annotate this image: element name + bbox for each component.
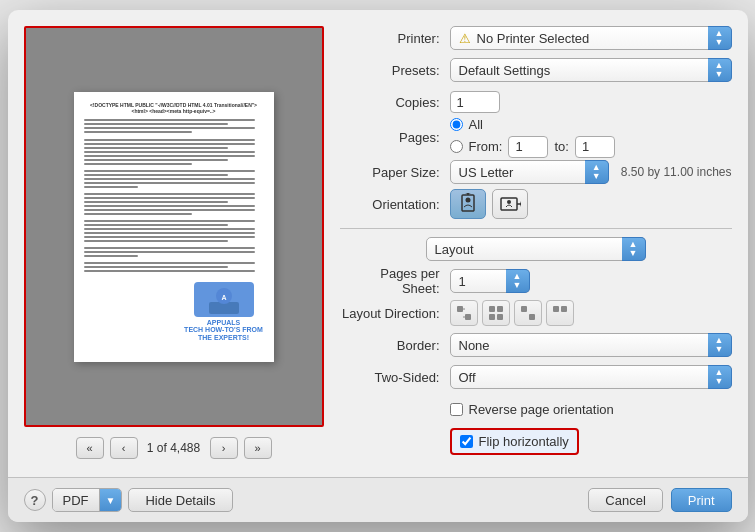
copies-row: Copies:: [340, 90, 732, 114]
preview-line: [84, 247, 255, 249]
preview-line: [84, 201, 228, 203]
pages-control: All From: to:: [450, 117, 732, 158]
preview-line: [84, 220, 255, 222]
pages-per-sheet-select-wrapper[interactable]: 1 ▲ ▼: [450, 269, 530, 293]
preview-line: [84, 182, 255, 184]
layout-dir-z-down-button[interactable]: [514, 300, 542, 326]
layout-direction-buttons: [450, 300, 574, 326]
presets-row: Presets: Default Settings ▲ ▼: [340, 58, 732, 82]
preview-line: [84, 205, 255, 207]
print-button[interactable]: Print: [671, 488, 732, 512]
pages-all-radio[interactable]: [450, 118, 463, 131]
pdf-dropdown-button[interactable]: ▼: [100, 489, 122, 511]
orientation-row: Orientation:: [340, 192, 732, 216]
border-dropdown-button[interactable]: ▲ ▼: [708, 333, 732, 357]
preview-line: [84, 270, 255, 272]
preview-line: [84, 119, 255, 121]
landscape-orientation-button[interactable]: [492, 189, 528, 219]
two-sided-dropdown-button[interactable]: ▲ ▼: [708, 365, 732, 389]
pages-from-row: From: to:: [450, 136, 615, 158]
preview-line: [84, 209, 255, 211]
next-page-button[interactable]: ›: [210, 437, 238, 459]
preview-line: [84, 224, 228, 226]
help-button[interactable]: ?: [24, 489, 46, 511]
reverse-orientation-checkbox[interactable]: [450, 403, 463, 416]
pages-to-label: to:: [554, 139, 568, 154]
printer-select[interactable]: ⚠ No Printer Selected ▲ ▼: [450, 26, 732, 50]
reverse-orientation-label: Reverse page orientation: [469, 402, 614, 417]
flip-horizontal-checkbox[interactable]: [460, 435, 473, 448]
layout-select[interactable]: Layout: [426, 237, 646, 261]
preview-line: [84, 232, 255, 234]
pages-label: Pages:: [340, 130, 450, 145]
two-sided-row: Two-Sided: Off ▲ ▼: [340, 365, 732, 389]
svg-rect-11: [457, 306, 463, 312]
svg-marker-5: [465, 193, 471, 194]
pages-all-row: All: [450, 117, 483, 132]
printer-dropdown-button[interactable]: ▲ ▼: [708, 26, 732, 50]
layout-dropdown-button[interactable]: ▲ ▼: [622, 237, 646, 261]
preview-line: [84, 143, 255, 145]
pages-from-radio[interactable]: [450, 140, 463, 153]
print-dialog: <!DOCTYPE HTML PUBLIC "-//W3C//DTD HTML …: [8, 10, 748, 522]
copies-label: Copies:: [340, 95, 450, 110]
copies-control: [450, 91, 732, 113]
pages-per-sheet-dropdown-button[interactable]: ▲ ▼: [506, 269, 530, 293]
layout-z-down-icon: [520, 305, 536, 321]
reverse-orientation-row: Reverse page orientation: [340, 397, 732, 421]
last-page-button[interactable]: »: [244, 437, 272, 459]
layout-select-wrapper[interactable]: Layout ▲ ▼: [426, 237, 646, 261]
pages-from-input[interactable]: [508, 136, 548, 158]
pdf-dropdown-arrow-icon: ▼: [106, 495, 116, 506]
two-sided-control: Off ▲ ▼: [450, 365, 732, 389]
settings-panel: Printer: ⚠ No Printer Selected ▲ ▼: [340, 26, 732, 461]
printer-select-wrapper[interactable]: ⚠ No Printer Selected ▲ ▼ ▲ ▼: [450, 26, 732, 50]
svg-rect-17: [489, 314, 495, 320]
footer-left: ? PDF ▼ Hide Details: [24, 488, 581, 512]
presets-dropdown-button[interactable]: ▲ ▼: [708, 58, 732, 82]
preview-line: [84, 240, 228, 242]
preview-container: <!DOCTYPE HTML PUBLIC "-//W3C//DTD HTML …: [24, 26, 324, 427]
dialog-footer: ? PDF ▼ Hide Details Cancel Print: [8, 477, 748, 522]
preview-line: [84, 266, 228, 268]
svg-rect-19: [521, 306, 527, 312]
copies-input[interactable]: [450, 91, 500, 113]
paper-size-arrow-icon: ▲ ▼: [592, 163, 601, 181]
pdf-button[interactable]: PDF: [53, 489, 100, 511]
watermark: A APPUALS TECH HOW-TO'S FROM THE EXPERTS…: [184, 282, 264, 342]
presets-select-wrapper[interactable]: Default Settings ▲ ▼: [450, 58, 732, 82]
hide-details-button[interactable]: Hide Details: [128, 488, 232, 512]
first-page-button[interactable]: «: [76, 437, 104, 459]
paper-size-control: US Letter ▲ ▼ 8.50 by 11.00 inches: [450, 160, 732, 184]
preview-line: [84, 131, 192, 133]
portrait-orientation-button[interactable]: [450, 189, 486, 219]
two-sided-select[interactable]: Off: [450, 365, 732, 389]
watermark-logo-icon: A: [204, 282, 244, 317]
printer-select-text: No Printer Selected: [477, 31, 708, 46]
orientation-label: Orientation:: [340, 197, 450, 212]
preview-nav: « ‹ 1 of 4,488 › »: [76, 435, 272, 461]
footer-right: Cancel Print: [588, 488, 731, 512]
two-sided-select-wrapper[interactable]: Off ▲ ▼: [450, 365, 732, 389]
pages-to-input[interactable]: [575, 136, 615, 158]
preview-page: <!DOCTYPE HTML PUBLIC "-//W3C//DTD HTML …: [74, 92, 274, 362]
preview-line: [84, 159, 228, 161]
border-label: Border:: [340, 338, 450, 353]
border-select-wrapper[interactable]: None ▲ ▼: [450, 333, 732, 357]
layout-dir-s-right-button[interactable]: [482, 300, 510, 326]
border-select[interactable]: None: [450, 333, 732, 357]
svg-text:A: A: [221, 294, 226, 301]
prev-page-button[interactable]: ‹: [110, 437, 138, 459]
presets-select[interactable]: Default Settings: [450, 58, 732, 82]
paper-size-select-wrapper[interactable]: US Letter ▲ ▼: [450, 160, 609, 184]
svg-rect-18: [497, 314, 503, 320]
layout-direction-label: Layout Direction:: [340, 306, 450, 321]
layout-dir-z-right-button[interactable]: [450, 300, 478, 326]
layout-dir-s-down-button[interactable]: [546, 300, 574, 326]
layout-s-right-icon: [488, 305, 504, 321]
svg-point-6: [465, 198, 470, 203]
cancel-button[interactable]: Cancel: [588, 488, 662, 512]
preview-line: [84, 236, 255, 238]
two-sided-arrow-icon: ▲ ▼: [715, 368, 724, 386]
paper-size-dropdown-button[interactable]: ▲ ▼: [585, 160, 609, 184]
